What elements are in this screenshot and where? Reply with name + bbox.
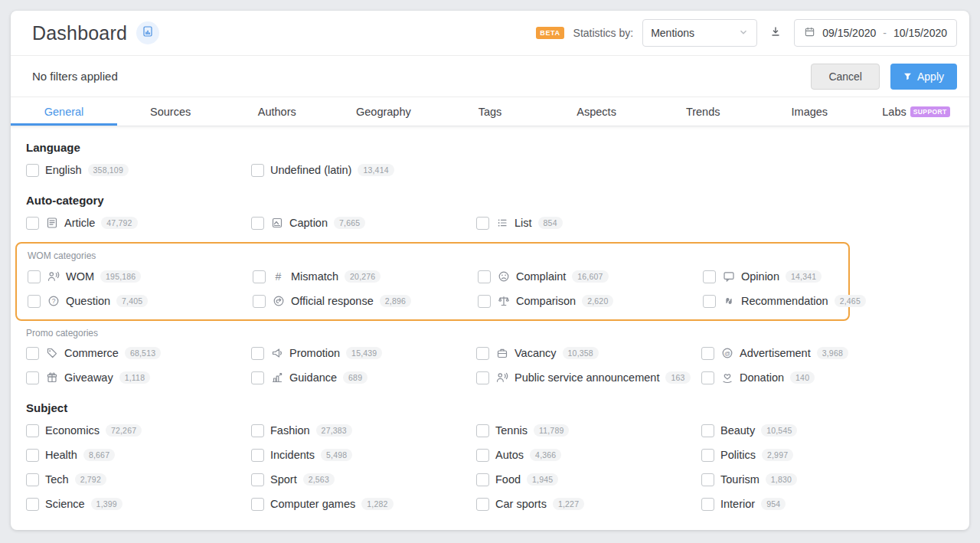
filter-item-article[interactable]: Article47,792 xyxy=(26,211,251,235)
checkbox-autos[interactable] xyxy=(476,449,489,462)
checkbox-incidents[interactable] xyxy=(251,449,264,462)
tab-tags[interactable]: Tags xyxy=(436,97,543,126)
checkbox-car-sports[interactable] xyxy=(476,498,489,511)
filter-item-public-service-announcement[interactable]: Public service announcement163 xyxy=(476,365,701,390)
tab-sources[interactable]: Sources xyxy=(117,97,224,126)
checkbox-english[interactable] xyxy=(26,164,39,177)
checkbox-tennis[interactable] xyxy=(476,424,489,437)
filter-count: 10,358 xyxy=(563,347,599,359)
filter-item-autos[interactable]: Autos4,366 xyxy=(476,443,701,467)
checkbox-sport[interactable] xyxy=(251,473,264,486)
checkbox-guidance[interactable] xyxy=(251,371,264,384)
apply-button[interactable]: Apply xyxy=(890,64,957,90)
filter-item-incidents[interactable]: Incidents5,498 xyxy=(251,443,476,467)
cancel-button[interactable]: Cancel xyxy=(811,64,880,90)
filter-item-tech[interactable]: Tech2,792 xyxy=(26,467,251,492)
tab-general[interactable]: General xyxy=(11,97,117,126)
filter-count: 3,968 xyxy=(817,347,848,359)
checkbox-interior[interactable] xyxy=(701,498,714,511)
checkbox-complaint[interactable] xyxy=(478,270,491,283)
advertisement-icon: @ xyxy=(720,347,733,360)
filter-item-giveaway[interactable]: Giveaway1,118 xyxy=(26,365,251,390)
filter-item-guidance[interactable]: Guidance689 xyxy=(251,365,476,390)
filter-item-opinion[interactable]: Opinion14,341 xyxy=(703,264,928,289)
checkbox-computer-games[interactable] xyxy=(251,498,264,511)
tab-label: Trends xyxy=(686,106,720,118)
tab-geography[interactable]: Geography xyxy=(330,97,436,126)
filter-item-mismatch[interactable]: #Mismatch20,276 xyxy=(253,264,478,289)
filter-item-english[interactable]: English358,109 xyxy=(26,158,251,182)
checkbox-question[interactable] xyxy=(28,295,41,308)
date-range-picker[interactable]: 09/15/2020 - 10/15/2020 xyxy=(794,19,957,47)
filter-label: Computer games xyxy=(270,498,355,510)
filter-label: Economics xyxy=(45,424,100,437)
filter-item-tourism[interactable]: Tourism1,830 xyxy=(701,467,926,492)
checkbox-undefined-latin[interactable] xyxy=(251,164,264,177)
filter-item-science[interactable]: Science1,399 xyxy=(26,492,251,516)
checkbox-economics[interactable] xyxy=(26,424,39,437)
checkbox-recommendation[interactable] xyxy=(703,295,716,308)
checkbox-science[interactable] xyxy=(26,498,39,511)
download-button[interactable] xyxy=(766,24,785,42)
filter-item-official-response[interactable]: Official response2,896 xyxy=(253,289,478,313)
filter-item-interior[interactable]: Interior954 xyxy=(701,492,926,516)
filter-item-politics[interactable]: Politics2,997 xyxy=(701,443,926,467)
tab-authors[interactable]: Authors xyxy=(224,97,330,126)
checkbox-advertisement[interactable] xyxy=(701,347,714,360)
filter-item-health[interactable]: Health8,667 xyxy=(26,443,251,467)
checkbox-fashion[interactable] xyxy=(251,424,264,437)
checkbox-caption[interactable] xyxy=(251,217,264,230)
checkbox-donation[interactable] xyxy=(701,371,714,384)
checkbox-commerce[interactable] xyxy=(26,347,39,360)
filter-item-car-sports[interactable]: Car sports1,227 xyxy=(476,492,701,516)
tab-aspects[interactable]: Aspects xyxy=(544,97,650,126)
filter-item-sport[interactable]: Sport2,563 xyxy=(251,467,476,492)
checkbox-tourism[interactable] xyxy=(701,473,714,486)
filter-item-vacancy[interactable]: Vacancy10,358 xyxy=(476,341,701,365)
filter-item-complaint[interactable]: Complaint16,607 xyxy=(478,264,703,289)
checkbox-health[interactable] xyxy=(26,449,39,462)
filter-item-comparison[interactable]: Comparison2,620 xyxy=(478,289,703,313)
checkbox-giveaway[interactable] xyxy=(26,371,39,384)
filter-item-food[interactable]: Food1,945 xyxy=(476,467,701,492)
tab-label: Aspects xyxy=(577,106,616,118)
filter-item-question[interactable]: ?Question7,405 xyxy=(28,289,253,313)
statistics-select[interactable]: Mentions xyxy=(642,19,757,47)
tab-trends[interactable]: Trends xyxy=(650,97,756,126)
filter-item-promotion[interactable]: Promotion15,439 xyxy=(251,341,476,365)
filter-label: Health xyxy=(45,449,77,461)
filter-item-donation[interactable]: Donation140 xyxy=(701,365,926,390)
filter-item-caption[interactable]: Caption7,665 xyxy=(251,211,476,235)
filter-item-advertisement[interactable]: @Advertisement3,968 xyxy=(701,341,926,365)
checkbox-comparison[interactable] xyxy=(478,295,491,308)
checkbox-list[interactable] xyxy=(476,217,489,230)
checkbox-opinion[interactable] xyxy=(703,270,716,283)
filter-item-wom[interactable]: WOM195,186 xyxy=(28,264,253,289)
checkbox-public-service-announcement[interactable] xyxy=(476,371,489,384)
checkbox-official-response[interactable] xyxy=(253,295,266,308)
filter-item-recommendation[interactable]: Recommendation2,465 xyxy=(703,289,928,313)
filter-item-beauty[interactable]: Beauty10,545 xyxy=(701,418,926,443)
checkbox-beauty[interactable] xyxy=(701,424,714,437)
checkbox-article[interactable] xyxy=(26,217,39,230)
filter-count: 954 xyxy=(761,498,786,510)
checkbox-politics[interactable] xyxy=(701,449,714,462)
filter-item-economics[interactable]: Economics72,267 xyxy=(26,418,251,443)
filter-count: 7,405 xyxy=(116,295,148,307)
tab-images[interactable]: Images xyxy=(756,97,863,126)
checkbox-mismatch[interactable] xyxy=(253,270,266,283)
checkbox-food[interactable] xyxy=(476,473,489,486)
checkbox-promotion[interactable] xyxy=(251,347,264,360)
filter-item-tennis[interactable]: Tennis11,789 xyxy=(476,418,701,443)
filter-item-undefined-latin[interactable]: Undefined (latin)13,414 xyxy=(251,158,476,182)
checkbox-vacancy[interactable] xyxy=(476,347,489,360)
filter-item-fashion[interactable]: Fashion27,383 xyxy=(251,418,476,443)
checkbox-wom[interactable] xyxy=(28,270,41,283)
filter-item-commerce[interactable]: Commerce68,513 xyxy=(26,341,251,365)
checkbox-tech[interactable] xyxy=(26,473,39,486)
filter-item-list[interactable]: List854 xyxy=(476,211,701,235)
report-icon xyxy=(142,25,154,41)
tab-labs[interactable]: LabsSUPPORT xyxy=(863,97,969,126)
report-button[interactable] xyxy=(136,21,159,44)
filter-item-computer-games[interactable]: Computer games1,282 xyxy=(251,492,476,516)
